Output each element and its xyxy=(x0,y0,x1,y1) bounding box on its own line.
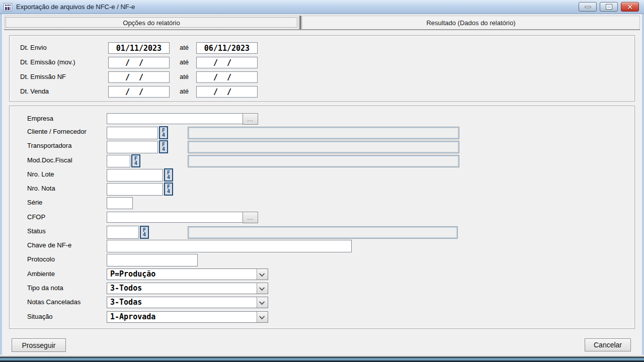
tipo-nota-dropdown-button[interactable] xyxy=(257,283,268,294)
mod-doc-fiscal-label: Mod.Doc.Fiscal xyxy=(27,156,72,164)
tab-divider xyxy=(299,16,301,29)
tab-report-options-label: Opções do relatório xyxy=(123,19,180,27)
until-label: até xyxy=(180,73,189,80)
window-title: Exportação de arquivos de NFC-e / NF-e xyxy=(16,3,135,11)
nro-nota-input[interactable] xyxy=(107,183,163,196)
situacao-label: Situação xyxy=(27,313,53,320)
tipo-nota-selected-value: 3-Todos xyxy=(110,284,256,293)
dt-venda-to-input[interactable] xyxy=(196,86,258,98)
empresa-browse-button[interactable]: ... xyxy=(243,113,258,125)
cliente-f4-button[interactable]: F 4 xyxy=(159,126,168,139)
chevron-down-icon xyxy=(259,270,264,276)
f4-icon: 4 xyxy=(167,189,170,194)
tab-report-result[interactable]: Resultado (Dados do relatório) xyxy=(302,16,640,29)
dt-emissao-nf-from-input[interactable] xyxy=(108,71,170,83)
situacao-select[interactable]: 1-Aprovada xyxy=(107,311,268,323)
chevron-down-icon xyxy=(259,313,264,319)
nro-nota-f4-button[interactable]: F 4 xyxy=(164,183,173,196)
nro-lote-label: Nro. Lote xyxy=(27,170,54,178)
f4-icon: 4 xyxy=(162,147,165,151)
maximize-icon xyxy=(606,5,612,9)
close-icon: ✕ xyxy=(627,4,633,11)
status-label: Status xyxy=(27,227,46,235)
tab-report-result-label: Resultado (Dados do relatório) xyxy=(426,19,515,27)
dt-envio-from-input[interactable] xyxy=(108,42,170,54)
ambiente-label: Ambiente xyxy=(27,270,55,278)
dt-emissao-mov-to-input[interactable] xyxy=(196,57,258,68)
dt-emissao-nf-to-input[interactable] xyxy=(196,71,258,83)
until-label: até xyxy=(180,44,189,51)
dt-envio-label: Dt. Envio xyxy=(20,44,47,51)
f4-icon: 4 xyxy=(167,175,170,179)
notas-canceladas-dropdown-button[interactable] xyxy=(257,297,268,308)
chave-nfe-input[interactable] xyxy=(107,240,352,252)
minimize-button[interactable] xyxy=(579,2,597,12)
maximize-button[interactable] xyxy=(600,2,618,12)
cliente-label: Cliente / Fornecedor xyxy=(27,128,87,135)
situacao-dropdown-button[interactable] xyxy=(257,312,268,322)
mod-doc-fiscal-description-field xyxy=(188,155,459,167)
tipo-nota-select[interactable]: 3-Todos xyxy=(107,283,268,294)
mod-doc-fiscal-input[interactable] xyxy=(107,155,130,167)
cfop-label: CFOP xyxy=(27,213,45,221)
date-filters-group: Dt. Envio até Dt. Emissão (mov.) até Dt.… xyxy=(9,35,635,102)
serie-input[interactable] xyxy=(107,197,133,209)
dt-emissao-nf-label: Dt. Emissão NF xyxy=(20,73,66,80)
minimize-icon xyxy=(585,6,591,8)
until-label: até xyxy=(180,58,189,66)
proceed-button-label: Prosseguir xyxy=(22,341,56,349)
ambiente-dropdown-button[interactable] xyxy=(257,269,268,280)
empresa-input[interactable] xyxy=(107,113,244,124)
serie-label: Série xyxy=(27,199,42,206)
empresa-label: Empresa xyxy=(27,115,53,122)
chevron-down-icon xyxy=(259,285,264,290)
nro-nota-label: Nro. Nota xyxy=(27,185,55,192)
transportadora-label: Transportadora xyxy=(27,142,71,149)
nro-lote-f4-button[interactable]: F 4 xyxy=(164,168,173,182)
tab-bar: Opções do relatório Resultado (Dados do … xyxy=(4,16,640,30)
chave-nfe-label: Chave de NF-e xyxy=(27,241,71,249)
ambiente-selected-value: P=Produção xyxy=(110,269,256,279)
cliente-input[interactable] xyxy=(107,127,158,139)
f4-icon: 4 xyxy=(143,232,146,237)
nro-lote-input[interactable] xyxy=(107,169,163,182)
ellipsis-icon: ... xyxy=(247,215,253,221)
notas-canceladas-select[interactable]: 3-Todas xyxy=(107,297,268,308)
export-dialog-window: Exportação de arquivos de NFC-e / NF-e ✕… xyxy=(0,0,644,362)
dt-emissao-mov-label: Dt. Emissão (mov.) xyxy=(20,58,75,66)
transportadora-f4-button[interactable]: F 4 xyxy=(159,140,168,153)
proceed-button[interactable]: Prosseguir xyxy=(12,338,66,352)
notas-canceladas-selected-value: 3-Todas xyxy=(110,298,256,307)
cfop-browse-button[interactable]: ... xyxy=(243,212,258,223)
notas-canceladas-label: Notas Canceladas xyxy=(27,298,80,306)
window-bottom-border xyxy=(0,355,644,362)
transportadora-input[interactable] xyxy=(107,141,158,153)
cancel-button-label: Cancelar xyxy=(594,341,622,349)
app-icon xyxy=(4,3,12,11)
report-filters-group: Empresa ... Cliente / Fornecedor F 4 Tra… xyxy=(9,106,635,329)
chevron-down-icon xyxy=(259,299,264,304)
status-input[interactable] xyxy=(107,226,139,239)
title-bar: Exportação de arquivos de NFC-e / NF-e ✕ xyxy=(0,0,644,14)
cliente-description-field xyxy=(188,127,459,139)
f4-icon: 4 xyxy=(134,161,137,165)
dt-venda-from-input[interactable] xyxy=(108,86,170,98)
cfop-input[interactable] xyxy=(107,212,244,223)
ambiente-select[interactable]: P=Produção xyxy=(107,268,268,280)
status-description-field xyxy=(188,226,458,239)
cancel-button[interactable]: Cancelar xyxy=(585,338,631,351)
protocolo-input[interactable] xyxy=(107,254,198,266)
dt-venda-label: Dt. Venda xyxy=(20,87,49,95)
status-f4-button[interactable]: F 4 xyxy=(140,226,149,239)
protocolo-label: Protocolo xyxy=(27,255,55,263)
mod-doc-fiscal-f4-button[interactable]: F 4 xyxy=(131,154,140,167)
dt-envio-to-input[interactable] xyxy=(196,42,258,54)
ellipsis-icon: ... xyxy=(247,116,253,122)
tab-report-options[interactable]: Opções do relatório xyxy=(4,16,299,29)
f4-icon: 4 xyxy=(162,133,165,137)
tipo-nota-label: Tipo da nota xyxy=(27,284,63,292)
until-label: até xyxy=(180,87,189,95)
close-button[interactable]: ✕ xyxy=(621,2,639,12)
situacao-selected-value: 1-Aprovada xyxy=(110,312,256,321)
dt-emissao-mov-from-input[interactable] xyxy=(108,57,170,68)
